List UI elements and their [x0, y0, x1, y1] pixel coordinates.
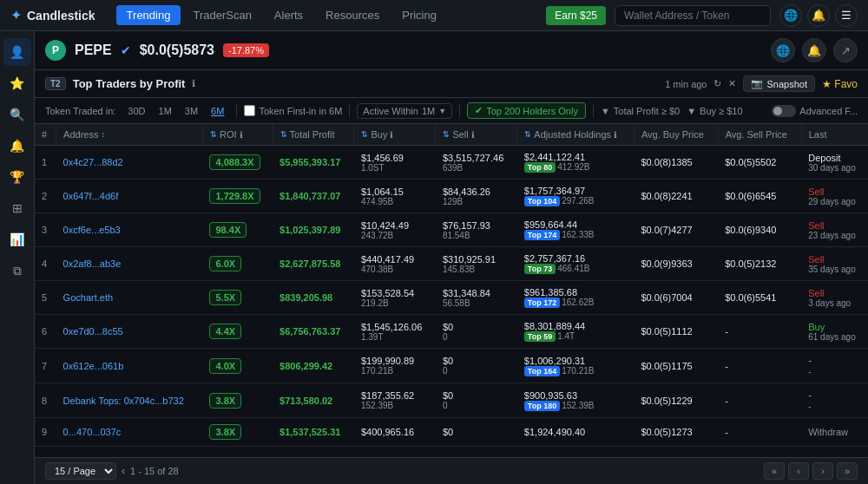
toggle-dot	[773, 107, 782, 115]
filter-first-in[interactable]: Token First-in in 6M	[244, 105, 342, 116]
row-total-profit: $806,299.42	[273, 349, 354, 383]
logo-area: ✦ Candlestick	[10, 7, 95, 23]
prev-page-btn[interactable]: ‹	[788, 462, 809, 480]
nav-tab-resources[interactable]: Resources	[315, 5, 390, 25]
row-address[interactable]: 0x4c27...88d2	[56, 146, 203, 180]
col-sell[interactable]: ⇅ Sell ℹ	[436, 124, 517, 146]
layout: 👤 ⭐ 🔍 🔔 🏆 ⊞ 📊 ⧉ P PEPE ✔ $0.0(5)5873 -17…	[0, 31, 868, 484]
row-total-profit: $1,840,737.07	[273, 180, 354, 213]
col-buy[interactable]: ⇅ Buy ℹ	[354, 124, 436, 146]
row-total-profit: $6,756,763.37	[273, 315, 354, 349]
col-total-profit[interactable]: ⇅ Total Profit	[273, 124, 354, 146]
filter-tab-6m[interactable]: 6M	[206, 104, 229, 118]
table-row[interactable]: 7 0x612e...061b 4.0X $806,299.42 $199,99…	[35, 349, 868, 383]
row-sell: $76,157.93 81.54B	[436, 213, 517, 247]
nav-tab-pricing[interactable]: Pricing	[391, 5, 447, 25]
section-badge: T2	[45, 77, 66, 90]
col-adj-holdings[interactable]: ⇅ Adjusted Holdings ℹ	[517, 124, 635, 146]
section-info-icon[interactable]: ℹ	[192, 78, 195, 89]
hdr-icon-bell[interactable]: 🔔	[802, 38, 826, 62]
table-row[interactable]: 2 0x647f...4d6f 1,729.8X $1,840,737.07 $…	[35, 180, 868, 213]
advanced-filter-btn[interactable]: Advanced F...	[772, 105, 858, 117]
page-size-select[interactable]: 15 / Page 25 / Page 50 / Page	[45, 462, 116, 480]
col-roi[interactable]: ⇅ ROI ℹ	[202, 124, 273, 146]
filter-tab-30d[interactable]: 30D	[122, 104, 150, 118]
logo-icon: ✦	[10, 7, 22, 23]
last-page-btn[interactable]: »	[837, 462, 858, 480]
snapshot-button[interactable]: 📷 Snapshot	[743, 75, 814, 92]
row-sell: $84,436.26 129B	[436, 180, 517, 213]
sidebar-item-favorites[interactable]: ⭐	[3, 69, 31, 97]
earn-button[interactable]: Earn $25	[546, 6, 606, 25]
section-title: Top Traders by Profit	[73, 77, 186, 90]
search-input[interactable]	[615, 5, 771, 26]
row-address[interactable]: 0x647f...4d6f	[56, 180, 203, 213]
row-avg-buy: $0.0(5)1112	[634, 315, 718, 349]
table-row[interactable]: 8 Debank Tops: 0x704c...b732 3.8X $713,5…	[35, 383, 868, 418]
sidebar-item-copy[interactable]: ⧉	[3, 257, 31, 285]
filter-tab-1m[interactable]: 1M	[154, 104, 177, 118]
filter-icon-2: ▼	[687, 106, 696, 116]
sidebar-item-search[interactable]: 🔍	[3, 101, 31, 128]
close-icon[interactable]: ✕	[728, 78, 736, 89]
hdr-icon-globe[interactable]: 🌐	[771, 38, 795, 62]
filter-divider-4	[593, 105, 594, 117]
row-roi: 3.8X	[202, 418, 273, 447]
next-page-btn[interactable]: ›	[812, 462, 833, 480]
filter-traded-label: Token Traded in:	[45, 106, 115, 116]
row-num: 1	[35, 146, 56, 180]
row-avg-buy: $0.0(9)9363	[634, 247, 718, 281]
fav-button[interactable]: ★ Favo	[822, 78, 858, 90]
sidebar-item-leaderboard[interactable]: 🏆	[3, 163, 31, 191]
row-last: - -	[801, 383, 868, 418]
table-row[interactable]: 9 0...470...037c 3.8X $1,537,525.31 $400…	[35, 418, 868, 447]
sidebar-item-alerts[interactable]: 🔔	[3, 132, 31, 160]
row-address[interactable]: Gochart.eth	[56, 281, 203, 315]
first-in-checkbox[interactable]	[244, 105, 255, 116]
row-last: Withdraw	[801, 418, 868, 447]
row-last: Buy 61 days ago	[801, 315, 868, 349]
row-buy: $1,064.15 474.95B	[354, 180, 436, 213]
filter-divider-1	[236, 105, 237, 117]
hdr-icon-share[interactable]: ↗	[833, 38, 858, 62]
table-row[interactable]: 4 0x2af8...ab3e 6.0X $2,627,875.58 $440,…	[35, 247, 868, 281]
row-avg-buy: $0.0(8)1385	[634, 146, 718, 180]
sidebar-item-profile[interactable]: 👤	[3, 38, 31, 66]
row-address[interactable]: 0x2af8...ab3e	[56, 247, 203, 281]
row-address[interactable]: 0xe7d0...8c55	[56, 315, 203, 349]
nav-tab-traderscan[interactable]: TraderScan	[182, 5, 261, 25]
row-sell: $31,348.84 56.58B	[436, 281, 517, 315]
row-buy: $153,528.54 219.2B	[354, 281, 436, 315]
nav-icon-menu[interactable]: ☰	[835, 4, 858, 27]
table-wrapper[interactable]: # Address ↕ ⇅ ROI ℹ ⇅ Total Profit	[35, 124, 868, 457]
first-page-btn[interactable]: «	[764, 462, 785, 480]
buy-filter[interactable]: ▼ Buy ≥ $10	[687, 106, 742, 116]
col-address[interactable]: Address ↕	[56, 124, 203, 146]
total-profit-filter[interactable]: ▼ Total Profit ≥ $0	[601, 106, 680, 116]
nav-tab-alerts[interactable]: Alerts	[264, 5, 313, 25]
table-row[interactable]: 3 0xcf6e...e5b3 98.4X $1,025,397.89 $10,…	[35, 213, 868, 247]
nav-icon-bell[interactable]: 🔔	[807, 4, 830, 27]
row-num: 2	[35, 180, 56, 213]
filter-tab-3m[interactable]: 3M	[180, 104, 203, 118]
row-address[interactable]: 0...470...037c	[56, 418, 203, 447]
sidebar-item-chart[interactable]: 📊	[3, 226, 31, 253]
table-row[interactable]: 6 0xe7d0...8c55 4.4X $6,756,763.37 $1,54…	[35, 315, 868, 349]
nav-tab-trending[interactable]: Trending	[116, 5, 181, 25]
row-address[interactable]: 0x612e...061b	[56, 349, 203, 383]
row-address[interactable]: 0xcf6e...e5b3	[56, 213, 203, 247]
refresh-icon[interactable]: ↻	[713, 78, 721, 89]
sidebar-item-grid[interactable]: ⊞	[3, 194, 31, 222]
advanced-toggle[interactable]	[772, 105, 796, 117]
page-prev-icon[interactable]: ‹	[122, 465, 125, 477]
active-within-filter[interactable]: Active Within 1M ▼	[357, 103, 452, 119]
table-row[interactable]: 1 0x4c27...88d2 4,088.3X $5,955,393.17 $…	[35, 146, 868, 180]
nav-right: Earn $25 🌐 🔔 ☰	[546, 4, 858, 27]
row-address[interactable]: Debank Tops: 0x704c...b732	[56, 383, 203, 418]
row-buy: $10,424.49 243.72B	[354, 213, 436, 247]
row-buy: $1,456.69 1.0ST	[354, 146, 436, 180]
table-row[interactable]: 5 Gochart.eth 5.5X $839,205.98 $153,528.…	[35, 281, 868, 315]
nav-icon-globe[interactable]: 🌐	[779, 4, 802, 27]
top200-filter[interactable]: ✔ Top 200 Holders Only	[467, 102, 586, 119]
row-avg-sell: -	[718, 418, 801, 447]
